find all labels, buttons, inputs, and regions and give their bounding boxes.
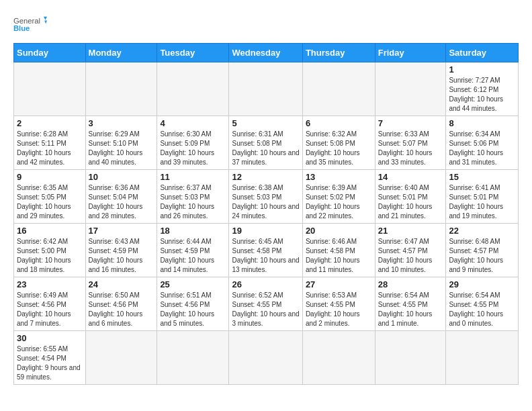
- day-number: 30: [17, 333, 83, 343]
- weekday-header-thursday: Thursday: [302, 44, 375, 62]
- day-cell: 3Sunrise: 6:29 AM Sunset: 5:10 PM Daylig…: [85, 116, 157, 170]
- weekday-header-tuesday: Tuesday: [157, 44, 229, 62]
- day-info: Sunrise: 7:27 AM Sunset: 6:12 PM Dayligh…: [449, 76, 515, 113]
- day-cell: [85, 331, 157, 385]
- day-number: 24: [89, 279, 154, 289]
- week-row-3: 16Sunrise: 6:42 AM Sunset: 5:00 PM Dayli…: [14, 224, 519, 277]
- day-cell: [302, 62, 375, 116]
- day-cell: 14Sunrise: 6:40 AM Sunset: 5:01 PM Dayli…: [375, 170, 446, 224]
- day-number: 25: [160, 279, 226, 289]
- day-info: Sunrise: 6:44 AM Sunset: 4:59 PM Dayligh…: [160, 237, 226, 275]
- day-info: Sunrise: 6:55 AM Sunset: 4:54 PM Dayligh…: [17, 345, 83, 382]
- day-cell: [446, 331, 519, 385]
- day-number: 27: [306, 279, 372, 289]
- day-cell: 30Sunrise: 6:55 AM Sunset: 4:54 PM Dayli…: [14, 331, 86, 385]
- weekday-header-monday: Monday: [85, 44, 157, 62]
- day-number: 8: [449, 118, 515, 128]
- page: General Blue SundayMondayTuesdayWednesda…: [0, 0, 532, 411]
- day-number: 5: [232, 118, 299, 128]
- header: General Blue: [13, 11, 519, 38]
- week-row-5: 30Sunrise: 6:55 AM Sunset: 4:54 PM Dayli…: [14, 331, 519, 385]
- day-info: Sunrise: 6:51 AM Sunset: 4:56 PM Dayligh…: [160, 291, 226, 328]
- day-info: Sunrise: 6:54 AM Sunset: 4:55 PM Dayligh…: [449, 291, 515, 328]
- day-info: Sunrise: 6:49 AM Sunset: 4:56 PM Dayligh…: [17, 291, 83, 328]
- day-cell: 13Sunrise: 6:39 AM Sunset: 5:02 PM Dayli…: [302, 170, 375, 224]
- day-number: 22: [449, 226, 515, 236]
- day-cell: 17Sunrise: 6:43 AM Sunset: 4:59 PM Dayli…: [85, 224, 157, 277]
- day-info: Sunrise: 6:36 AM Sunset: 5:04 PM Dayligh…: [89, 183, 154, 221]
- day-cell: 18Sunrise: 6:44 AM Sunset: 4:59 PM Dayli…: [157, 224, 229, 277]
- day-cell: [157, 62, 229, 116]
- day-info: Sunrise: 6:54 AM Sunset: 4:55 PM Dayligh…: [378, 291, 443, 328]
- day-cell: 4Sunrise: 6:30 AM Sunset: 5:09 PM Daylig…: [157, 116, 229, 170]
- day-cell: 15Sunrise: 6:41 AM Sunset: 5:01 PM Dayli…: [446, 170, 519, 224]
- day-cell: 19Sunrise: 6:45 AM Sunset: 4:58 PM Dayli…: [229, 224, 302, 277]
- day-cell: 25Sunrise: 6:51 AM Sunset: 4:56 PM Dayli…: [157, 277, 229, 331]
- day-info: Sunrise: 6:42 AM Sunset: 5:00 PM Dayligh…: [17, 237, 83, 275]
- svg-text:Blue: Blue: [13, 24, 30, 32]
- logo: General Blue: [13, 11, 47, 38]
- day-info: Sunrise: 6:52 AM Sunset: 4:55 PM Dayligh…: [232, 291, 299, 328]
- day-cell: [85, 62, 157, 116]
- day-info: Sunrise: 6:43 AM Sunset: 4:59 PM Dayligh…: [89, 237, 154, 275]
- day-cell: 24Sunrise: 6:50 AM Sunset: 4:56 PM Dayli…: [85, 277, 157, 331]
- week-row-0: 1Sunrise: 7:27 AM Sunset: 6:12 PM Daylig…: [14, 62, 519, 116]
- weekday-header-wednesday: Wednesday: [229, 44, 302, 62]
- day-cell: [229, 331, 302, 385]
- day-number: 3: [89, 118, 154, 128]
- day-cell: 2Sunrise: 6:28 AM Sunset: 5:11 PM Daylig…: [14, 116, 86, 170]
- day-cell: 1Sunrise: 7:27 AM Sunset: 6:12 PM Daylig…: [446, 62, 519, 116]
- day-cell: [375, 331, 446, 385]
- day-number: 6: [306, 118, 372, 128]
- day-info: Sunrise: 6:32 AM Sunset: 5:08 PM Dayligh…: [306, 130, 372, 167]
- day-number: 20: [306, 226, 372, 236]
- day-info: Sunrise: 6:45 AM Sunset: 4:58 PM Dayligh…: [232, 237, 299, 275]
- day-cell: 5Sunrise: 6:31 AM Sunset: 5:08 PM Daylig…: [229, 116, 302, 170]
- day-info: Sunrise: 6:50 AM Sunset: 4:56 PM Dayligh…: [89, 291, 154, 328]
- day-info: Sunrise: 6:53 AM Sunset: 4:55 PM Dayligh…: [306, 291, 372, 328]
- day-info: Sunrise: 6:33 AM Sunset: 5:07 PM Dayligh…: [378, 130, 443, 167]
- day-number: 4: [160, 118, 226, 128]
- day-cell: [229, 62, 302, 116]
- day-info: Sunrise: 6:48 AM Sunset: 4:57 PM Dayligh…: [449, 237, 515, 275]
- day-info: Sunrise: 6:40 AM Sunset: 5:01 PM Dayligh…: [378, 183, 443, 221]
- day-info: Sunrise: 6:34 AM Sunset: 5:06 PM Dayligh…: [449, 130, 515, 167]
- day-cell: 29Sunrise: 6:54 AM Sunset: 4:55 PM Dayli…: [446, 277, 519, 331]
- day-info: Sunrise: 6:41 AM Sunset: 5:01 PM Dayligh…: [449, 183, 515, 221]
- svg-text:General: General: [13, 17, 40, 25]
- day-info: Sunrise: 6:29 AM Sunset: 5:10 PM Dayligh…: [89, 130, 154, 167]
- day-number: 2: [17, 118, 83, 128]
- svg-marker-3: [44, 20, 47, 24]
- day-number: 13: [306, 172, 372, 182]
- weekday-header-row: SundayMondayTuesdayWednesdayThursdayFrid…: [14, 44, 519, 62]
- day-info: Sunrise: 6:39 AM Sunset: 5:02 PM Dayligh…: [306, 183, 372, 221]
- weekday-header-friday: Friday: [375, 44, 446, 62]
- day-number: 7: [378, 118, 443, 128]
- day-number: 23: [17, 279, 83, 289]
- day-number: 12: [232, 172, 299, 182]
- day-info: Sunrise: 6:28 AM Sunset: 5:11 PM Dayligh…: [17, 130, 83, 167]
- day-cell: 26Sunrise: 6:52 AM Sunset: 4:55 PM Dayli…: [229, 277, 302, 331]
- week-row-4: 23Sunrise: 6:49 AM Sunset: 4:56 PM Dayli…: [14, 277, 519, 331]
- day-cell: 21Sunrise: 6:47 AM Sunset: 4:57 PM Dayli…: [375, 224, 446, 277]
- day-number: 21: [378, 226, 443, 236]
- day-number: 28: [378, 279, 443, 289]
- day-cell: 7Sunrise: 6:33 AM Sunset: 5:07 PM Daylig…: [375, 116, 446, 170]
- day-number: 11: [160, 172, 226, 182]
- day-number: 1: [449, 64, 515, 75]
- day-number: 26: [232, 279, 299, 289]
- day-info: Sunrise: 6:47 AM Sunset: 4:57 PM Dayligh…: [378, 237, 443, 275]
- day-number: 15: [449, 172, 515, 182]
- day-number: 9: [17, 172, 83, 182]
- day-info: Sunrise: 6:37 AM Sunset: 5:03 PM Dayligh…: [160, 183, 226, 221]
- logo-svg: General Blue: [13, 11, 47, 38]
- day-cell: [375, 62, 446, 116]
- day-number: 18: [160, 226, 226, 236]
- weekday-header-sunday: Sunday: [14, 44, 86, 62]
- day-cell: 28Sunrise: 6:54 AM Sunset: 4:55 PM Dayli…: [375, 277, 446, 331]
- day-cell: 16Sunrise: 6:42 AM Sunset: 5:00 PM Dayli…: [14, 224, 86, 277]
- svg-marker-2: [44, 17, 47, 20]
- weekday-header-saturday: Saturday: [446, 44, 519, 62]
- day-number: 14: [378, 172, 443, 182]
- day-number: 10: [89, 172, 154, 182]
